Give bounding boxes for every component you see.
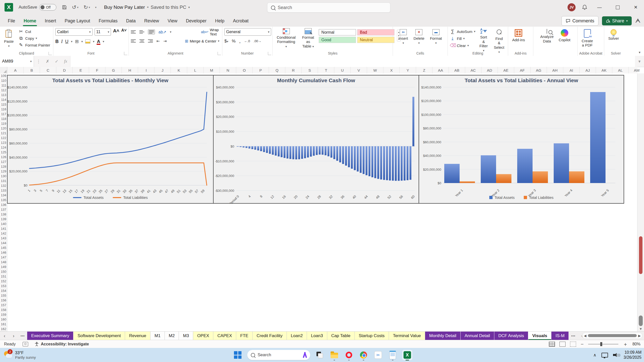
user-avatar[interactable]: JV: [568, 3, 576, 11]
sheet-tab-m3[interactable]: M3: [179, 332, 193, 340]
column-header-AI[interactable]: AI: [563, 67, 580, 73]
column-header-Y[interactable]: Y: [400, 67, 416, 73]
row-header-143[interactable]: 143: [0, 236, 7, 241]
horizontal-scrollbar[interactable]: ◀ ▶: [582, 332, 642, 339]
column-header-Q[interactable]: Q: [269, 67, 285, 73]
row-header-142[interactable]: 142: [0, 231, 7, 236]
hscroll-left-arrow[interactable]: ◀: [584, 334, 586, 338]
column-header-G[interactable]: G: [105, 67, 122, 73]
zoom-level[interactable]: 80%: [632, 342, 640, 346]
column-header-AG[interactable]: AG: [531, 67, 547, 73]
sheet-tab-revenue[interactable]: Revenue: [125, 332, 150, 340]
ribbon-tab-insert[interactable]: Insert: [41, 16, 60, 27]
weather-widget[interactable]: 2 33°F Partly sunny: [4, 351, 64, 359]
ribbon-tab-review[interactable]: Review: [140, 16, 163, 27]
row-header-124[interactable]: 124: [0, 145, 7, 150]
row-header-150[interactable]: 150: [0, 269, 7, 274]
sheet-tab-terminal-value[interactable]: Terminal Value: [389, 332, 425, 340]
titlebar-search-box[interactable]: Search: [267, 3, 390, 13]
decrease-indent-button[interactable]: ⇤: [156, 39, 160, 43]
present-person-icon[interactable]: ᗅ: [635, 18, 640, 24]
vertical-scrollbar-thumb[interactable]: [639, 315, 643, 326]
formula-input[interactable]: [70, 56, 635, 67]
autosave-control[interactable]: AutoSave Off: [19, 4, 56, 11]
clock[interactable]: 10:09 AM 3/26/2025: [624, 350, 641, 360]
row-header-125[interactable]: 125: [0, 150, 7, 155]
borders-dropdown[interactable]: ▾: [81, 40, 83, 43]
paste-button[interactable]: Paste▾: [2, 28, 16, 52]
comments-button[interactable]: Comments: [561, 16, 598, 26]
align-right-button[interactable]: [148, 39, 153, 42]
fill-button[interactable]: ⤓Fill▾: [450, 35, 475, 42]
conditional-formatting-button[interactable]: ConditionalFormatting ▾: [275, 28, 298, 51]
row-header-109[interactable]: 109: [0, 73, 7, 78]
font-color-dropdown[interactable]: ▾: [103, 40, 104, 43]
style-good[interactable]: Good: [319, 37, 356, 43]
column-header-O[interactable]: O: [236, 67, 253, 73]
row-header-132[interactable]: 132: [0, 183, 7, 188]
fill-color-icon[interactable]: [85, 39, 90, 43]
column-header-AC[interactable]: AC: [465, 67, 481, 73]
row-header-135[interactable]: 135: [0, 198, 7, 202]
orientation-button[interactable]: ab↗: [158, 30, 166, 34]
number-dialog-launcher[interactable]: [268, 52, 271, 55]
excel-taskbar-button[interactable]: X: [402, 350, 412, 360]
hscroll-right-arrow[interactable]: ▶: [638, 334, 641, 338]
macro-record-icon[interactable]: [23, 342, 28, 346]
row-header-161[interactable]: 161: [0, 322, 7, 327]
number-format-combo[interactable]: General▾: [224, 28, 271, 36]
column-header-V[interactable]: V: [351, 67, 367, 73]
find-select-button[interactable]: Find &Select ▾: [492, 28, 506, 51]
row-header-129[interactable]: 129: [0, 169, 7, 174]
row-header-123[interactable]: 123: [0, 140, 7, 145]
column-header-X[interactable]: X: [383, 67, 400, 73]
row-header-160[interactable]: 160: [0, 317, 7, 322]
row-header-110[interactable]: 110: [0, 78, 7, 83]
format-cells-button[interactable]: ▬ Format▾: [428, 28, 444, 52]
sheet-tab-loan3[interactable]: Loan3: [307, 332, 327, 340]
column-header-AK[interactable]: AK: [596, 67, 612, 73]
sheet-tab-startup-costs[interactable]: Startup Costs: [355, 332, 389, 340]
customize-qat-button[interactable]: ▾: [95, 6, 97, 9]
accounting-format-button[interactable]: $▾: [224, 39, 228, 44]
column-header-AM[interactable]: AM: [629, 67, 644, 73]
column-header-E[interactable]: E: [73, 67, 89, 73]
column-header-I[interactable]: I: [138, 67, 154, 73]
column-header-P[interactable]: P: [253, 67, 269, 73]
scroll-down-arrow[interactable]: ▼: [637, 327, 644, 331]
row-header-130[interactable]: 130: [0, 174, 7, 178]
row-header-133[interactable]: 133: [0, 188, 7, 193]
page-break-view-button[interactable]: [570, 342, 576, 347]
create-pdf-button[interactable]: Createa PDF: [580, 28, 595, 52]
row-header-118[interactable]: 118: [0, 116, 7, 121]
sheet-tab-annual-detail[interactable]: Annual Detail: [461, 332, 494, 340]
sheet-tab-software-development[interactable]: Software Development: [73, 332, 125, 340]
row-header-157[interactable]: 157: [0, 303, 7, 307]
column-header-H[interactable]: H: [122, 67, 138, 73]
ribbon-tab-developer[interactable]: Developer: [182, 16, 211, 27]
underline-button[interactable]: U: [65, 39, 68, 44]
column-header-F[interactable]: F: [89, 67, 105, 73]
column-header-B[interactable]: B: [24, 67, 40, 73]
row-header-162[interactable]: 162: [0, 327, 7, 331]
column-header-AF[interactable]: AF: [514, 67, 531, 73]
column-header-AH[interactable]: AH: [547, 67, 563, 73]
sheet-tab-credit-facility[interactable]: Credit Facility: [253, 332, 287, 340]
cut-button[interactable]: ✂Cut: [18, 28, 50, 35]
increase-decimal-button[interactable]: ←.0: [244, 39, 250, 43]
row-header-111[interactable]: 111: [0, 83, 7, 88]
sheet-tab-executive-summary[interactable]: Executive Summary: [27, 332, 73, 340]
bell-icon[interactable]: [582, 5, 587, 10]
row-header-148[interactable]: 148: [0, 260, 7, 264]
column-header-AJ[interactable]: AJ: [580, 67, 596, 73]
row-header-147[interactable]: 147: [0, 255, 7, 260]
style-neutral[interactable]: Neutral: [357, 37, 394, 43]
row-header-122[interactable]: 122: [0, 135, 7, 140]
share-button[interactable]: Share▾: [602, 16, 632, 25]
row-header-117[interactable]: 117: [0, 112, 7, 116]
sheet-nav-right[interactable]: ›: [9, 332, 18, 340]
sheet-tab-is-m[interactable]: IS-M: [551, 332, 569, 340]
font-dialog-launcher[interactable]: [124, 52, 127, 55]
zoom-in-button[interactable]: ＋: [623, 341, 628, 348]
merge-center-button[interactable]: ⊞ Merge & Center▾: [185, 39, 219, 43]
